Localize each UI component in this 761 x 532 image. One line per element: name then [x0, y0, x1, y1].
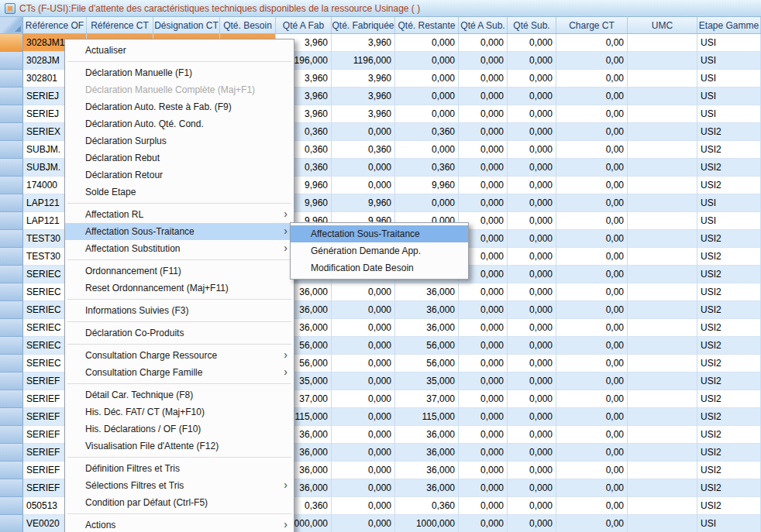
- cell-etape_gamme[interactable]: USI2: [697, 408, 761, 426]
- cell-qte_restante[interactable]: 0,000: [395, 34, 459, 52]
- cell-umc[interactable]: [628, 462, 697, 479]
- row-indicator[interactable]: [0, 141, 23, 159]
- cell-charge_ct[interactable]: 0,00: [556, 266, 628, 283]
- cell-qte_a_sub[interactable]: 0,000: [459, 88, 508, 105]
- row-indicator[interactable]: [0, 319, 23, 337]
- cell-charge_ct[interactable]: 0,00: [556, 123, 628, 141]
- cell-qte_sub[interactable]: 0,000: [508, 159, 556, 177]
- row-indicator[interactable]: [0, 444, 23, 462]
- cell-umc[interactable]: [628, 141, 697, 159]
- cell-umc[interactable]: [628, 177, 697, 194]
- cell-umc[interactable]: [628, 230, 697, 248]
- cell-umc[interactable]: [628, 319, 697, 337]
- cell-qte_sub[interactable]: 0,000: [508, 88, 556, 105]
- cell-qte_fabriquee[interactable]: 0,000: [332, 337, 395, 355]
- context-menu-item-his-dec-fat-ct-maj-f10[interactable]: His. Déc. FAT/ CT (Maj+F10): [65, 403, 294, 420]
- cell-qte_restante[interactable]: 0,000: [395, 70, 459, 88]
- cell-etape_gamme[interactable]: USI2: [697, 319, 761, 337]
- context-menu-item-declaration-rebut[interactable]: Déclaration Rebut: [65, 149, 294, 166]
- cell-qte_a_sub[interactable]: 0,000: [459, 52, 508, 70]
- cell-charge_ct[interactable]: 0,00: [556, 372, 628, 390]
- cell-qte_a_sub[interactable]: 0,000: [459, 319, 508, 337]
- row-indicator[interactable]: [0, 479, 23, 497]
- cell-qte_sub[interactable]: 0,000: [508, 123, 556, 141]
- cell-charge_ct[interactable]: 0,00: [556, 408, 628, 426]
- cell-charge_ct[interactable]: 0,00: [556, 444, 628, 462]
- cell-qte_restante[interactable]: 0,000: [395, 194, 459, 212]
- cell-etape_gamme[interactable]: USI: [697, 88, 761, 105]
- context-menu-item-actualiser[interactable]: Actualiser: [65, 42, 294, 59]
- cell-qte_sub[interactable]: 0,000: [508, 248, 556, 266]
- cell-qte_sub[interactable]: 0,000: [508, 390, 556, 408]
- cell-qte_sub[interactable]: 0,000: [508, 212, 556, 230]
- row-indicator[interactable]: [0, 462, 23, 479]
- cell-qte_sub[interactable]: 0,000: [508, 408, 556, 426]
- row-indicator[interactable]: [0, 390, 23, 408]
- row-indicator[interactable]: [0, 230, 23, 248]
- cell-qte_fabriquee[interactable]: 0,000: [332, 444, 395, 462]
- cell-qte_fabriquee[interactable]: 0,000: [332, 372, 395, 390]
- cell-qte_restante[interactable]: 36,000: [395, 283, 459, 301]
- cell-etape_gamme[interactable]: USI2: [697, 248, 761, 266]
- cell-qte_a_sub[interactable]: 0,000: [459, 34, 508, 52]
- cell-qte_a_sub[interactable]: 0,000: [459, 177, 508, 194]
- row-indicator[interactable]: [0, 372, 23, 390]
- cell-etape_gamme[interactable]: USI2: [697, 497, 761, 515]
- cell-qte_fabriquee[interactable]: 0,000: [332, 159, 395, 177]
- cell-qte_fabriquee[interactable]: 0,000: [332, 426, 395, 444]
- cell-umc[interactable]: [628, 88, 697, 105]
- cell-qte_fabriquee[interactable]: 0,000: [332, 283, 395, 301]
- context-menu-item-consultation-charge-ressource[interactable]: Consultation Charge Ressource›: [65, 347, 294, 364]
- column-header-qte-fabriquee[interactable]: Qté. Fabriquée: [332, 17, 395, 33]
- cell-qte_sub[interactable]: 0,000: [508, 301, 556, 319]
- cell-qte_a_sub[interactable]: 0,000: [459, 497, 508, 515]
- cell-qte_sub[interactable]: 0,000: [508, 34, 556, 52]
- column-header-umc[interactable]: UMC: [628, 17, 697, 33]
- row-indicator[interactable]: [0, 355, 23, 372]
- context-menu-item-affectation-sous-traitance[interactable]: Affectation Sous-Traitance›: [65, 223, 294, 240]
- cell-qte_restante[interactable]: 0,360: [395, 497, 459, 515]
- cell-umc[interactable]: [628, 52, 697, 70]
- cell-qte_sub[interactable]: 0,000: [508, 52, 556, 70]
- cell-qte_fabriquee[interactable]: 0,000: [332, 177, 395, 194]
- column-header-reference-of[interactable]: Référence OF: [23, 17, 87, 33]
- context-menu-item-definition-filtres-et-tris[interactable]: Définition Filtres et Tris: [65, 460, 294, 477]
- cell-qte_a_sub[interactable]: 0,000: [459, 479, 508, 497]
- cell-qte_restante[interactable]: 56,000: [395, 337, 459, 355]
- cell-etape_gamme[interactable]: USI2: [697, 355, 761, 372]
- cell-etape_gamme[interactable]: USI2: [697, 230, 761, 248]
- cell-etape_gamme[interactable]: USI: [697, 52, 761, 70]
- cell-qte_restante[interactable]: 56,000: [395, 355, 459, 372]
- context-menu-item-condition-par-defaut-ctrl-f5[interactable]: Condition par Défaut (Ctrl-F5): [65, 494, 294, 511]
- cell-charge_ct[interactable]: 0,00: [556, 194, 628, 212]
- context-menu-item-declaration-auto-qte-cond[interactable]: Déclaration Auto. Qté. Cond.: [65, 115, 294, 132]
- cell-qte_fabriquee[interactable]: 3,960: [332, 34, 395, 52]
- cell-etape_gamme[interactable]: USI2: [697, 141, 761, 159]
- column-header-reference-ct[interactable]: Référence CT: [87, 17, 153, 33]
- cell-qte_sub[interactable]: 0,000: [508, 426, 556, 444]
- cell-qte_sub[interactable]: 0,000: [508, 283, 556, 301]
- cell-umc[interactable]: [628, 34, 697, 52]
- cell-qte_restante[interactable]: 36,000: [395, 426, 459, 444]
- cell-qte_fabriquee[interactable]: 0,000: [332, 355, 395, 372]
- cell-qte_sub[interactable]: 0,000: [508, 230, 556, 248]
- row-indicator[interactable]: [0, 194, 23, 212]
- context-menu-item-selections-filtres-et-tris[interactable]: Sélections Filtres et Tris›: [65, 477, 294, 494]
- cell-etape_gamme[interactable]: USI: [697, 515, 761, 532]
- cell-umc[interactable]: [628, 426, 697, 444]
- cell-etape_gamme[interactable]: USI2: [697, 283, 761, 301]
- cell-qte_sub[interactable]: 0,000: [508, 479, 556, 497]
- cell-qte_restante[interactable]: 9,960: [395, 177, 459, 194]
- column-header-charge-ct[interactable]: Charge CT: [556, 17, 628, 33]
- cell-charge_ct[interactable]: 0,00: [556, 141, 628, 159]
- cell-charge_ct[interactable]: 0,00: [556, 426, 628, 444]
- cell-charge_ct[interactable]: 0,00: [556, 462, 628, 479]
- cell-charge_ct[interactable]: 0,00: [556, 497, 628, 515]
- cell-charge_ct[interactable]: 0,00: [556, 70, 628, 88]
- cell-qte_a_sub[interactable]: 0,000: [459, 408, 508, 426]
- context-menu-item-declaration-surplus[interactable]: Déclaration Surplus: [65, 132, 294, 149]
- cell-umc[interactable]: [628, 105, 697, 123]
- cell-qte_restante[interactable]: 37,000: [395, 390, 459, 408]
- cell-qte_restante[interactable]: 36,000: [395, 444, 459, 462]
- cell-umc[interactable]: [628, 372, 697, 390]
